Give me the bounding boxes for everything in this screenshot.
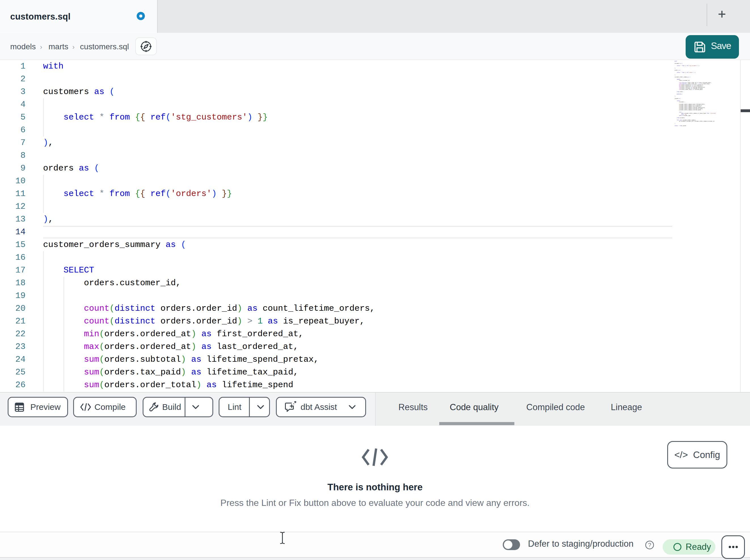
svg-text:?: ? <box>648 542 651 548</box>
